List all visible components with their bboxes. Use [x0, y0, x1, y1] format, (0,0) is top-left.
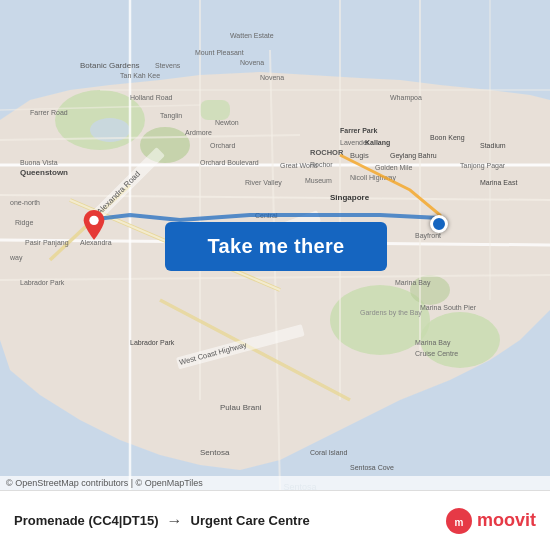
svg-text:Whampoa: Whampoa: [390, 94, 422, 102]
svg-text:River Valley: River Valley: [245, 179, 282, 187]
origin-marker: [82, 210, 106, 240]
svg-text:Alexandra: Alexandra: [80, 239, 112, 246]
take-me-there-button[interactable]: Take me there: [165, 222, 387, 271]
svg-text:Ridge: Ridge: [15, 219, 33, 227]
svg-text:Orchard: Orchard: [210, 142, 235, 149]
svg-text:Sentosa: Sentosa: [200, 448, 230, 457]
svg-text:Marina Bay: Marina Bay: [415, 339, 451, 347]
svg-text:Queenstown: Queenstown: [20, 168, 68, 177]
svg-text:Novena: Novena: [260, 74, 284, 81]
svg-text:Sentosa Cove: Sentosa Cove: [350, 464, 394, 471]
svg-text:Singapore: Singapore: [330, 193, 370, 202]
svg-text:ROCHOR: ROCHOR: [310, 148, 344, 157]
svg-text:Ardmore: Ardmore: [185, 129, 212, 136]
svg-text:Tanjong Pagar: Tanjong Pagar: [460, 162, 506, 170]
svg-point-88: [89, 216, 98, 225]
station-from: Promenade (CC4|DT15): [14, 513, 159, 528]
moovit-logo: m moovit: [445, 507, 536, 535]
attribution-text: © OpenStreetMap contributors | © OpenMap…: [6, 478, 203, 488]
svg-text:Farrer Road: Farrer Road: [30, 109, 68, 116]
route-info: Promenade (CC4|DT15) → Urgent Care Centr…: [14, 512, 437, 530]
svg-text:Marina Bay: Marina Bay: [395, 279, 431, 287]
svg-text:Gardens by the Bay: Gardens by the Bay: [360, 309, 422, 317]
svg-text:Buona Vista: Buona Vista: [20, 159, 58, 166]
svg-text:Botanic Gardens: Botanic Gardens: [80, 61, 140, 70]
destination-marker: [430, 215, 448, 233]
svg-text:Rochor: Rochor: [310, 161, 333, 168]
svg-text:Marina South Pier: Marina South Pier: [420, 304, 477, 311]
svg-rect-4: [200, 100, 230, 120]
svg-text:Kallang: Kallang: [365, 139, 390, 147]
svg-text:Labrador Park: Labrador Park: [20, 279, 65, 286]
map-container: Alexandra Road Ayer Rajah Expressway Wes…: [0, 0, 550, 490]
svg-text:Holland Road: Holland Road: [130, 94, 173, 101]
svg-text:Cruise Centre: Cruise Centre: [415, 350, 458, 357]
svg-text:Mount Pleasant: Mount Pleasant: [195, 49, 244, 56]
svg-text:Golden Mile: Golden Mile: [375, 164, 412, 171]
footer-content: Promenade (CC4|DT15) → Urgent Care Centr…: [14, 507, 536, 535]
app: Alexandra Road Ayer Rajah Expressway Wes…: [0, 0, 550, 550]
svg-text:Farrer Park: Farrer Park: [340, 127, 377, 134]
svg-text:Labrador Park: Labrador Park: [130, 339, 175, 346]
svg-text:Museum: Museum: [305, 177, 332, 184]
svg-text:Tan Kah Kee: Tan Kah Kee: [120, 72, 160, 79]
take-me-there-label: Take me there: [208, 235, 345, 258]
station-to: Urgent Care Centre: [191, 513, 310, 528]
svg-text:Bayfront: Bayfront: [415, 232, 441, 240]
svg-text:Newton: Newton: [215, 119, 239, 126]
svg-text:Pulau Brani: Pulau Brani: [220, 403, 262, 412]
svg-text:Coral Island: Coral Island: [310, 449, 347, 456]
moovit-logo-icon: m: [445, 507, 473, 535]
svg-text:m: m: [455, 517, 464, 528]
svg-text:Pasir Panjang: Pasir Panjang: [25, 239, 69, 247]
svg-text:Boon Keng: Boon Keng: [430, 134, 465, 142]
map-attribution: © OpenStreetMap contributors | © OpenMap…: [0, 476, 550, 490]
svg-text:Watten Estate: Watten Estate: [230, 32, 274, 39]
svg-text:Novena: Novena: [240, 59, 264, 66]
svg-text:Marina East: Marina East: [480, 179, 517, 186]
svg-text:Tanglin: Tanglin: [160, 112, 182, 120]
svg-text:way: way: [9, 254, 23, 262]
moovit-brand-text: moovit: [477, 510, 536, 531]
svg-text:Stevens: Stevens: [155, 62, 181, 69]
route-arrow-icon: →: [167, 512, 183, 530]
svg-text:Geylang Bahru: Geylang Bahru: [390, 152, 437, 160]
svg-text:Stadium: Stadium: [480, 142, 506, 149]
svg-text:Bugis: Bugis: [350, 151, 369, 160]
svg-text:one-north: one-north: [10, 199, 40, 206]
footer: Promenade (CC4|DT15) → Urgent Care Centr…: [0, 490, 550, 550]
svg-text:Orchard Boulevard: Orchard Boulevard: [200, 159, 259, 166]
